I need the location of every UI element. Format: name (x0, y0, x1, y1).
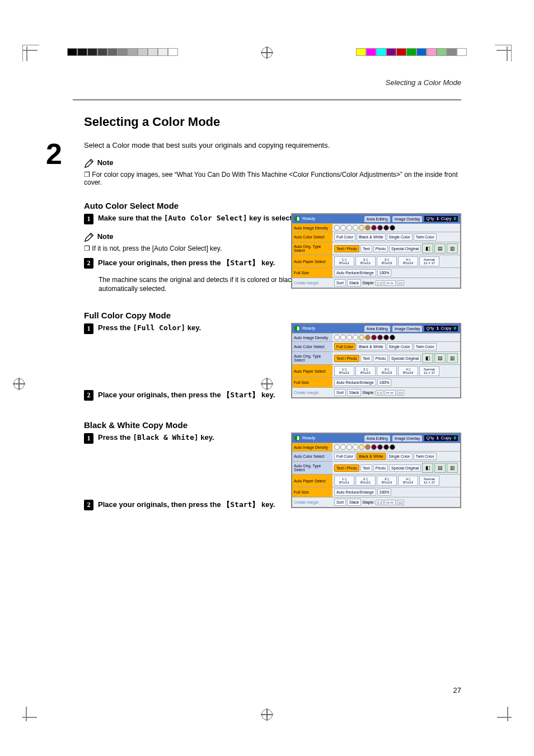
row-image-density[interactable]: Auto Image Density (292, 443, 332, 451)
opt-full-color[interactable]: Full Color (334, 233, 355, 241)
opt-single-color[interactable]: Single Color (387, 233, 413, 241)
tray-1[interactable]: 1 ▯8½x11 (334, 256, 354, 266)
staple-pos-icon[interactable]: ▭ ▭ (385, 280, 396, 286)
opt-photo[interactable]: Photo (373, 355, 388, 362)
tray-2[interactable]: 2 ▯8½x11 (355, 366, 376, 376)
opt-twin-color[interactable]: Twin Color (414, 343, 437, 350)
opt-text[interactable]: Text (360, 245, 372, 252)
row-full-size[interactable]: Full Size (292, 268, 332, 278)
row-image-density[interactable]: Auto Image Density (292, 224, 332, 232)
density-scale[interactable] (332, 443, 460, 451)
staple-pos-icon[interactable]: ▯ ▯ (397, 280, 405, 286)
tray-2[interactable]: 2 ▯8½x11 (355, 256, 376, 266)
orientation-icon[interactable]: ▤ (434, 243, 446, 253)
opt-text-photo[interactable]: Text / Photo (334, 464, 359, 472)
tray-bypass[interactable]: Normal11 × 17 (419, 366, 439, 376)
note-heading: Note (84, 158, 461, 168)
row-paper-select[interactable]: Auto Paper Select (292, 255, 332, 267)
row-auto-color-select[interactable]: Auto Color Select (292, 452, 332, 461)
opt-special-original[interactable]: Special Original (389, 355, 421, 362)
row-orig-type[interactable]: Auto Orig. Type Select (292, 352, 332, 364)
opt-stack[interactable]: Stack (347, 499, 362, 506)
density-scale[interactable] (332, 224, 460, 232)
row-full-size[interactable]: Full Size (292, 487, 332, 497)
row-full-size[interactable]: Full Size (292, 378, 332, 387)
row-create-margin[interactable]: Create margin (292, 388, 332, 397)
registration-mark-icon (261, 709, 273, 720)
staple-pos-icon[interactable]: ▯ ▯ (376, 280, 383, 286)
opt-bw[interactable]: Black & White (357, 233, 386, 241)
tray-3[interactable]: 3 ▯8½x13 (377, 366, 397, 376)
row-create-margin[interactable]: Create margin (292, 497, 332, 507)
opt-text[interactable]: Text (360, 464, 372, 472)
orientation-icon[interactable]: ▥ (447, 243, 458, 253)
tab-area-editing[interactable]: Area Editing (364, 326, 390, 332)
row-paper-select[interactable]: Auto Paper Select (292, 475, 332, 487)
tray-bypass[interactable]: Normal11 × 17 (419, 476, 439, 486)
opt-reduce-enlarge[interactable]: Auto Reduce/Enlarge (334, 489, 376, 496)
staple-pos-icon[interactable]: ▭ ▭ (385, 390, 396, 396)
orientation-icon[interactable]: ◧ (422, 243, 433, 253)
opt-sort[interactable]: Sort (334, 389, 346, 396)
staple-pos-icon[interactable]: ▯ ▯ (397, 500, 405, 505)
orientation-icon[interactable]: ◧ (422, 463, 433, 473)
opt-zoom-pct[interactable]: 100% (377, 489, 392, 496)
opt-full-color[interactable]: Full Color (334, 343, 355, 350)
opt-special-original[interactable]: Special Original (389, 464, 421, 472)
opt-photo[interactable]: Photo (373, 245, 388, 252)
opt-zoom-pct[interactable]: 100% (377, 379, 392, 386)
tray-1[interactable]: 1 ▯8½x11 (334, 366, 354, 376)
tray-bypass[interactable]: Normal11 × 17 (419, 256, 439, 266)
opt-twin-color[interactable]: Twin Color (414, 233, 437, 241)
row-image-density[interactable]: Auto Image Density (292, 334, 332, 341)
opt-text-photo[interactable]: Text / Photo (334, 245, 359, 252)
opt-zoom-pct[interactable]: 100% (377, 269, 392, 276)
opt-photo[interactable]: Photo (373, 464, 388, 472)
staple-pos-icon[interactable]: ▯ ▯ (376, 500, 383, 505)
tray-4[interactable]: 4 ▯8½x14 (398, 476, 418, 486)
density-scale[interactable] (332, 334, 460, 341)
opt-twin-color[interactable]: Twin Color (414, 453, 437, 460)
tab-area-editing[interactable]: Area Editing (364, 435, 390, 442)
opt-reduce-enlarge[interactable]: Auto Reduce/Enlarge (334, 269, 376, 276)
opt-text[interactable]: Text (360, 355, 372, 362)
orientation-icon[interactable]: ◧ (422, 353, 433, 363)
opt-sort[interactable]: Sort (334, 499, 346, 506)
opt-bw[interactable]: Black & White (357, 343, 386, 350)
tray-1[interactable]: 1 ▯8½x11 (334, 476, 354, 486)
opt-single-color[interactable]: Single Color (387, 453, 413, 460)
opt-reduce-enlarge[interactable]: Auto Reduce/Enlarge (334, 379, 376, 386)
staple-pos-icon[interactable]: ▭ ▭ (385, 500, 396, 505)
row-orig-type[interactable]: Auto Orig. Type Select (292, 462, 332, 474)
row-paper-select[interactable]: Auto Paper Select (292, 365, 332, 377)
row-auto-color-select[interactable]: Auto Color Select (292, 232, 332, 242)
opt-text-photo[interactable]: Text / Photo (334, 355, 359, 362)
opt-stack[interactable]: Stack (347, 389, 362, 396)
tray-2[interactable]: 2 ▯8½x11 (355, 476, 376, 486)
step-1-text: Press the [Black & White] key. (98, 433, 214, 442)
opt-stack[interactable]: Stack (347, 279, 362, 287)
opt-sort[interactable]: Sort (334, 279, 346, 287)
staple-pos-icon[interactable]: ▯ ▯ (376, 390, 383, 396)
tab-area-editing[interactable]: Area Editing (364, 216, 390, 222)
opt-full-color[interactable]: Full Color (334, 453, 355, 460)
orientation-icon[interactable]: ▤ (434, 463, 446, 473)
subsection-auto-color: Auto Color Select Mode (84, 201, 461, 210)
orientation-icon[interactable]: ▤ (434, 353, 446, 363)
tray-3[interactable]: 3 ▯8½x13 (377, 256, 397, 266)
orientation-icon[interactable]: ▥ (447, 353, 458, 363)
row-create-margin[interactable]: Create margin (292, 278, 332, 288)
opt-special-original[interactable]: Special Original (389, 245, 421, 252)
tray-4[interactable]: 4 ▯8½x14 (398, 256, 418, 266)
opt-single-color[interactable]: Single Color (387, 343, 413, 350)
staple-pos-icon[interactable]: ▯ ▯ (397, 390, 405, 396)
tray-4[interactable]: 4 ▯8½x14 (398, 366, 418, 376)
tab-image-overlay[interactable]: Image Overlay (392, 435, 423, 442)
orientation-icon[interactable]: ▥ (447, 463, 458, 473)
tab-image-overlay[interactable]: Image Overlay (392, 326, 423, 332)
row-auto-color-select[interactable]: Auto Color Select (292, 342, 332, 351)
tray-3[interactable]: 3 ▯8½x13 (377, 476, 397, 486)
tab-image-overlay[interactable]: Image Overlay (392, 216, 423, 222)
row-orig-type[interactable]: Auto Orig. Type Select (292, 242, 332, 255)
opt-bw[interactable]: Black & White (357, 453, 386, 460)
